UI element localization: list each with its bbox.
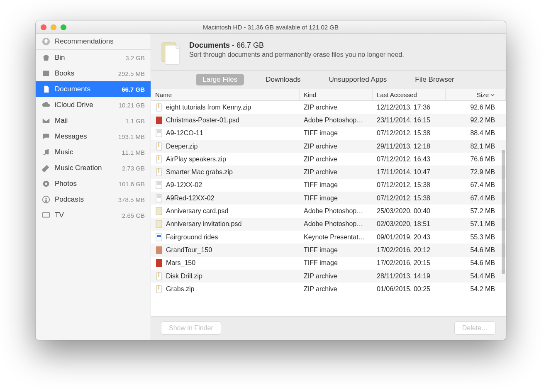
tabs-row: Large FilesDownloadsUnsupported AppsFile… [151, 71, 506, 89]
table-row[interactable]: Smarter Mac grabs.zipZIP archive17/11/20… [151, 166, 506, 178]
sidebar-item-podcasts[interactable]: Podcasts378.5 MB [36, 192, 151, 207]
file-list[interactable]: eight tutorials from Kenny.zipZIP archiv… [151, 101, 506, 316]
file-size: 92.6 MB [446, 104, 506, 111]
file-name: A9-12XX-02 [166, 181, 202, 189]
svg-rect-28 [156, 259, 162, 267]
table-row[interactable]: eight tutorials from Kenny.zipZIP archiv… [151, 101, 506, 114]
sidebar-group-label: Recommendations [55, 37, 114, 46]
column-header-last-accessed[interactable]: Last Accessed [373, 89, 446, 100]
file-last-accessed: 23/11/2014, 16:15 [373, 117, 446, 124]
sidebar-item-size: 193.1 MB [118, 133, 145, 140]
sidebar-item-label: iCloud Drive [55, 101, 115, 109]
table-row[interactable]: Deeper.zipZIP archive29/11/2013, 12:1882… [151, 140, 506, 153]
messages-icon [41, 132, 51, 141]
table-row[interactable]: Grabs.zipZIP archive01/06/2015, 00:2554.… [151, 282, 506, 295]
file-icon [155, 180, 163, 190]
sidebar-item-label: Messages [55, 132, 114, 141]
traffic-lights [41, 24, 66, 30]
svg-rect-26 [157, 235, 161, 237]
sidebar-item-music-creation[interactable]: Music Creation2.73 GB [36, 160, 151, 176]
table-row[interactable]: A9-12CO-11TIFF image07/12/2012, 15:3888.… [151, 127, 506, 140]
sidebar-item-label: Mail [55, 117, 121, 125]
sidebar-item-label: Music [55, 148, 117, 156]
table-row[interactable]: Anniversary invitation.psdAdobe Photosho… [151, 218, 506, 231]
column-header-kind[interactable]: Kind [300, 89, 373, 100]
sidebar-item-label: Bin [55, 54, 121, 62]
table-row[interactable]: GrandTour_150TIFF image17/02/2016, 20:12… [151, 243, 506, 256]
file-kind: Keynote Presentat… [300, 234, 373, 241]
titlebar[interactable]: Macintosh HD - 31.36 GB available of 121… [36, 21, 506, 34]
zoom-button[interactable] [61, 24, 66, 30]
tab-downloads[interactable]: Downloads [259, 74, 307, 85]
file-last-accessed: 17/02/2016, 20:12 [373, 246, 446, 254]
file-name: A9-12CO-11 [166, 129, 203, 137]
sidebar-item-size: 66.7 GB [122, 86, 145, 93]
tab-unsupported-apps[interactable]: Unsupported Apps [322, 74, 393, 85]
sidebar-item-photos[interactable]: Photos101.6 GB [36, 176, 151, 192]
sidebar-item-books[interactable]: Books292.5 MB [36, 66, 151, 81]
close-button[interactable] [41, 24, 46, 30]
file-kind: ZIP archive [300, 156, 373, 163]
sidebar-item-bin[interactable]: Bin3.2 GB [36, 50, 151, 66]
sidebar-item-label: Podcasts [55, 195, 114, 204]
minimize-button[interactable] [51, 24, 56, 30]
file-name: Smarter Mac grabs.zip [166, 168, 233, 176]
table-row[interactable]: A9-12XX-02TIFF image07/12/2012, 15:3867.… [151, 179, 506, 192]
file-last-accessed: 07/12/2012, 16:43 [373, 156, 446, 163]
storage-management-window: Macintosh HD - 31.36 GB available of 121… [35, 21, 506, 340]
sidebar-item-label: Music Creation [55, 164, 118, 172]
window-title: Macintosh HD - 31.36 GB available of 121… [36, 24, 506, 31]
file-icon [155, 258, 163, 268]
column-header-size[interactable]: Size [446, 89, 506, 100]
table-header: Name Kind Last Accessed Size [151, 89, 506, 101]
sidebar-group-recommendations[interactable]: Recommendations [36, 34, 151, 49]
sidebar-item-messages[interactable]: Messages193.1 MB [36, 129, 151, 144]
table-row[interactable]: Disk Drill.zipZIP archive28/11/2013, 14:… [151, 270, 506, 282]
table-row[interactable]: Mars_150TIFF image17/02/2016, 20:1554.6 … [151, 257, 506, 270]
table-row[interactable]: Fairgrouond ridesKeynote Presentat…09/01… [151, 231, 506, 243]
file-last-accessed: 02/03/2020, 18:51 [373, 220, 446, 228]
tv-icon [41, 211, 51, 220]
delete-button[interactable]: Delete… [454, 321, 496, 335]
table-row[interactable]: A9Red-12XX-02TIFF image07/12/2012, 15:38… [151, 192, 506, 205]
tab-large-files[interactable]: Large Files [196, 74, 244, 85]
file-last-accessed: 17/11/2014, 10:47 [373, 168, 446, 176]
file-name: A9Red-12XX-02 [166, 195, 215, 202]
column-header-name[interactable]: Name [151, 89, 300, 100]
file-name: Disk Drill.zip [166, 273, 202, 280]
sidebar-item-size: 11.1 MB [122, 149, 145, 156]
music-icon [41, 148, 51, 157]
file-size: 57.2 MB [446, 207, 506, 215]
photos-icon [41, 179, 51, 188]
sidebar-item-label: Documents [55, 85, 117, 93]
sidebar-item-music[interactable]: Music11.1 MB [36, 144, 151, 160]
category-subtitle: Sort through documents and permanently e… [189, 51, 404, 58]
sidebar-item-mail[interactable]: Mail1.1 GB [36, 113, 151, 129]
sidebar-item-size: 292.5 MB [118, 70, 145, 77]
documents-stack-icon [159, 41, 183, 66]
svg-rect-18 [159, 168, 159, 173]
file-kind: TIFF image [300, 181, 373, 189]
sidebar: Recommendations Bin3.2 GBBooks292.5 MBDo… [36, 34, 151, 340]
table-row[interactable]: AirPlay speakers.zipZIP archive07/12/201… [151, 153, 506, 166]
file-size: 67.4 MB [446, 181, 506, 189]
sidebar-item-tv[interactable]: TV2.65 GB [36, 207, 151, 223]
file-kind: ZIP archive [300, 104, 373, 111]
table-row[interactable]: Anniversary card.psdAdobe Photoshop…25/0… [151, 205, 506, 217]
table-row[interactable]: Christmas-Poster-01.psdAdobe Photoshop…2… [151, 114, 506, 127]
show-in-finder-button[interactable]: Show in Finder [161, 321, 221, 335]
tab-file-browser[interactable]: File Browser [408, 74, 461, 85]
file-size: 54.6 MB [446, 259, 506, 267]
file-size: 76.6 MB [446, 156, 506, 163]
scrollbar-thumb[interactable] [502, 150, 505, 274]
sidebar-item-icloud-drive[interactable]: iCloud Drive10.21 GB [36, 97, 151, 113]
sidebar-item-documents[interactable]: Documents66.7 GB [36, 81, 151, 97]
file-kind: Adobe Photoshop… [300, 117, 373, 124]
file-icon [155, 233, 163, 242]
file-name: Anniversary invitation.psd [166, 220, 241, 228]
sidebar-item-label: Photos [55, 180, 115, 188]
svg-rect-12 [157, 130, 161, 133]
sidebar-item-size: 101.6 GB [119, 180, 145, 187]
sidebar-item-label: TV [55, 211, 118, 219]
category-header: Documents - 66.7 GB Sort through documen… [151, 34, 506, 71]
